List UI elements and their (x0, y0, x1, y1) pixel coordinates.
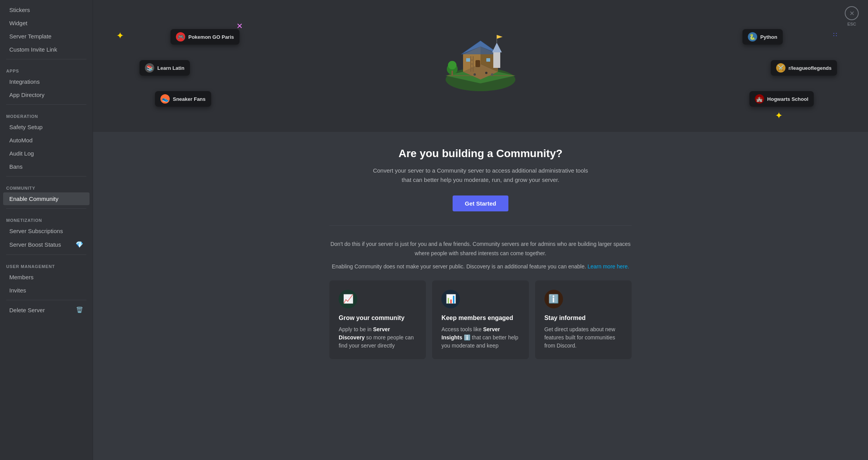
svg-rect-16 (486, 58, 490, 62)
svg-rect-10 (493, 52, 500, 68)
engaged-desc: Access tools like Server Insights ℹ️ tha… (441, 325, 519, 350)
feature-card-grow: 📈 Grow your community Apply to be in Ser… (329, 280, 426, 359)
svg-point-25 (485, 72, 487, 74)
sidebar-item-safety-setup[interactable]: Safety Setup (3, 121, 90, 133)
hero-section: ✦ ⁚⁚ ✕ ✦ ∷ ✕ ESC 🎮 Pokemon GO Paris 📚 Le… (93, 0, 868, 132)
sidebar-item-custom-invite-link[interactable]: Custom Invite Link (3, 43, 90, 56)
badge-python: 🐍 Python (742, 29, 783, 45)
badge-icon-league: ⚔️ (776, 63, 785, 73)
sidebar-section-apps: APPS (0, 62, 93, 75)
badge-icon-hogwarts: 🏰 (755, 94, 764, 104)
svg-rect-15 (466, 58, 470, 62)
building-illustration (436, 8, 525, 98)
badge-pokemon: 🎮 Pokemon GO Paris (170, 29, 239, 45)
sidebar-section-user-management: USER MANAGEMENT (0, 258, 93, 270)
badge-learn-latin: 📚 Learn Latin (140, 60, 190, 76)
feature-card-engaged: 📊 Keep members engaged Access tools like… (432, 280, 529, 359)
svg-point-27 (474, 73, 476, 76)
engaged-icon: 📊 (441, 290, 460, 308)
sidebar-item-enable-community[interactable]: Enable Community (3, 192, 90, 205)
svg-point-26 (491, 73, 493, 76)
sidebar-item-delete-server[interactable]: Delete Server 🗑️ (3, 303, 90, 316)
info-text-1: Don't do this if your server is just for… (329, 240, 632, 258)
sidebar-divider-2 (6, 104, 86, 105)
sidebar-divider-5 (6, 254, 86, 255)
badge-icon-sneaker-fans: 👟 (160, 94, 170, 104)
sidebar-item-server-subscriptions[interactable]: Server Subscriptions (3, 225, 90, 237)
sidebar-section-community: COMMUNITY (0, 180, 93, 192)
sidebar-item-members[interactable]: Members (3, 271, 90, 284)
sidebar-item-widget[interactable]: Widget (3, 17, 90, 29)
sparkle-left: ✦ (116, 31, 124, 40)
svg-rect-24 (451, 71, 453, 75)
sidebar-item-stickers[interactable]: Stickers (3, 3, 90, 16)
learn-more-link[interactable]: Learn more here. (587, 263, 629, 270)
sidebar-item-invites[interactable]: Invites (3, 284, 90, 297)
page-subtitle: Convert your server to a Community serve… (372, 166, 589, 185)
get-started-button[interactable]: Get Started (453, 195, 509, 211)
sidebar-section-monetization: MONETIZATION (0, 212, 93, 224)
svg-marker-13 (497, 35, 503, 39)
esc-label: ESC (847, 22, 856, 26)
svg-marker-11 (492, 43, 502, 52)
grow-desc: Apply to be in Server Discovery so more … (339, 325, 417, 350)
sidebar-item-app-directory[interactable]: App Directory (3, 88, 90, 101)
badge-icon-python: 🐍 (748, 32, 757, 42)
badge-hogwarts: 🏰 Hogwarts School (749, 91, 814, 107)
sparkle-dots-right: ∷ (833, 31, 837, 38)
informed-icon: ℹ️ (544, 290, 563, 308)
page-title: Are you building a Community? (329, 147, 632, 160)
sidebar-divider-3 (6, 176, 86, 176)
sidebar-divider-4 (6, 208, 86, 209)
feature-card-informed: ℹ️ Stay informed Get direct updates abou… (535, 280, 632, 359)
info-text-2: Enabling Community does not make your se… (329, 262, 632, 272)
svg-rect-14 (475, 60, 480, 67)
badge-league: ⚔️ r/leagueoflegends (771, 60, 837, 76)
sidebar-item-server-template[interactable]: Server Template (3, 30, 90, 43)
sidebar-section-moderation: MODERATION (0, 108, 93, 120)
badge-sneaker-fans: 👟 Sneaker Fans (155, 91, 211, 107)
badge-icon-pokemon: 🎮 (176, 32, 185, 42)
section-divider-main (329, 225, 632, 226)
sparkle-right: ✦ (775, 111, 783, 120)
main-content-area: ✦ ⁚⁚ ✕ ✦ ∷ ✕ ESC 🎮 Pokemon GO Paris 📚 Le… (93, 0, 868, 460)
esc-circle: ✕ (845, 6, 859, 20)
sidebar-item-automod[interactable]: AutoMod (3, 134, 90, 147)
feature-cards-container: 📈 Grow your community Apply to be in Ser… (329, 280, 632, 359)
svg-point-23 (448, 61, 456, 69)
content-body: Are you building a Community? Convert yo… (306, 132, 655, 375)
settings-sidebar: Stickers Widget Server Template Custom I… (0, 0, 93, 460)
sidebar-item-integrations[interactable]: Integrations (3, 75, 90, 88)
grow-icon: 📈 (339, 290, 357, 308)
sidebar-item-bans[interactable]: Bans (3, 160, 90, 173)
engaged-title: Keep members engaged (441, 315, 519, 322)
trash-icon: 🗑️ (76, 306, 83, 313)
esc-button[interactable]: ✕ ESC (845, 6, 859, 26)
sidebar-item-audit-log[interactable]: Audit Log (3, 147, 90, 160)
sidebar-item-server-boost-status[interactable]: Server Boost Status 💎 (3, 238, 90, 251)
boost-icon: 💎 (76, 241, 83, 248)
sidebar-divider-6 (6, 300, 86, 300)
sidebar-divider-1 (6, 59, 86, 59)
informed-desc: Get direct updates about new features bu… (544, 325, 622, 350)
grow-title: Grow your community (339, 315, 417, 322)
informed-title: Stay informed (544, 315, 622, 322)
badge-icon-learn-latin: 📚 (145, 63, 154, 73)
